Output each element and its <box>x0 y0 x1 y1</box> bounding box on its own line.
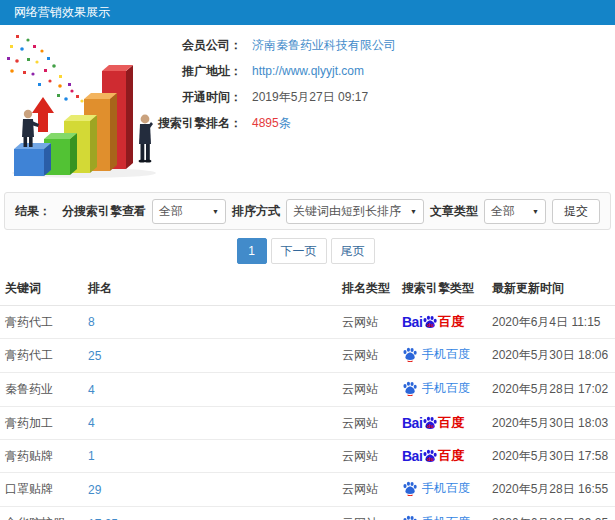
table-header-row: 关键词 排名 排名类型 搜索引擎类型 最新更新时间 <box>0 272 615 306</box>
member-company-row: 会员公司： 济南秦鲁药业科技有限公司 <box>150 37 609 53</box>
baidu-logo: Baidu百度 <box>402 313 464 331</box>
member-company-link[interactable]: 济南秦鲁药业科技有限公司 <box>252 37 396 54</box>
keyword-cell: 口罩贴牌 <box>0 473 83 507</box>
baidu-paw-icon <box>402 515 418 520</box>
rank-table: 关键词 排名 排名类型 搜索引擎类型 最新更新时间 膏药代工8云网站Baidu百… <box>0 272 615 520</box>
rank-type-cell: 云网站 <box>337 407 397 440</box>
keyword-cell: 膏药代工 <box>0 339 83 373</box>
baidu-paw-icon <box>402 381 418 396</box>
rank-cell: 1 <box>83 440 337 473</box>
rank-cell: 29 <box>83 473 337 507</box>
svg-text:du: du <box>427 455 433 461</box>
engine-filter-value: 全部 <box>159 203 183 220</box>
baidu-logo: Baidu百度 <box>402 414 464 432</box>
results-toolbar: 结果： 分搜索引擎查看 全部 ▼ 排序方式 关键词由短到长排序 ▼ 文章类型 全… <box>4 192 611 230</box>
mobile-baidu-logo: 手机百度 <box>402 480 470 497</box>
header-engine-type: 搜索引擎类型 <box>397 272 487 306</box>
up-arrow <box>32 97 54 132</box>
rank-type-cell: 云网站 <box>337 473 397 507</box>
rank-cell: 4 <box>83 373 337 407</box>
engine-rank-row: 搜索引擎排名： 4895条 <box>150 115 609 131</box>
member-info: 会员公司： 济南秦鲁药业科技有限公司 推广地址： http://www.qlyy… <box>150 37 609 141</box>
table-row: 金华防护服17,25云网站手机百度2020年6月20日 09:25 <box>0 507 615 520</box>
results-label: 结果： <box>15 203 51 220</box>
chevron-down-icon: ▼ <box>410 208 417 215</box>
rank-link[interactable]: 1 <box>88 449 95 463</box>
open-time-value: 2019年5月27日 09:17 <box>252 89 368 106</box>
promo-url-label: 推广地址： <box>150 63 242 80</box>
sort-order-label: 排序方式 <box>232 203 280 220</box>
table-row: 膏药贴牌1云网站Baidu百度2020年5月30日 17:58 <box>0 440 615 473</box>
engine-cell: 手机百度 <box>397 473 487 507</box>
sort-order-select[interactable]: 关键词由短到长排序 ▼ <box>286 199 424 224</box>
member-company-label: 会员公司： <box>150 37 242 54</box>
page-button-current[interactable]: 1 <box>237 238 267 264</box>
engine-cell: 手机百度 <box>397 373 487 407</box>
rank-link[interactable]: 8 <box>88 315 95 329</box>
submit-button[interactable]: 提交 <box>552 199 600 224</box>
engine-cell: Baidu百度 <box>397 306 487 339</box>
rank-type-cell: 云网站 <box>337 440 397 473</box>
header-rank: 排名 <box>83 272 337 306</box>
update-time-cell: 2020年6月20日 09:25 <box>487 507 615 520</box>
info-panel: 会员公司： 济南秦鲁药业科技有限公司 推广地址： http://www.qlyy… <box>0 25 615 192</box>
page-button-last[interactable]: 尾页 <box>331 238 375 264</box>
rank-cell: 25 <box>83 339 337 373</box>
rank-type-cell: 云网站 <box>337 373 397 407</box>
rank-count-suffix: 条 <box>279 116 291 130</box>
keyword-cell: 金华防护服 <box>0 507 83 520</box>
rank-link[interactable]: 4 <box>88 416 95 430</box>
keyword-cell: 膏药加工 <box>0 407 83 440</box>
article-type-label: 文章类型 <box>430 203 478 220</box>
update-time-cell: 2020年5月30日 18:03 <box>487 407 615 440</box>
table-row: 膏药代工25云网站手机百度2020年5月30日 18:06 <box>0 339 615 373</box>
businessman-left <box>22 110 39 147</box>
rank-link[interactable]: 17,25 <box>88 517 118 520</box>
rank-type-cell: 云网站 <box>337 306 397 339</box>
keyword-cell: 秦鲁药业 <box>0 373 83 407</box>
baidu-paw-icon: du <box>422 315 438 330</box>
article-type-select[interactable]: 全部 ▼ <box>484 199 546 224</box>
page-title: 网络营销效果展示 <box>14 5 110 19</box>
table-row: 口罩贴牌29云网站手机百度2020年5月28日 16:55 <box>0 473 615 507</box>
keyword-cell: 膏药贴牌 <box>0 440 83 473</box>
bar-blue <box>14 143 51 176</box>
rank-cell: 8 <box>83 306 337 339</box>
open-time-label: 开通时间： <box>150 89 242 106</box>
engine-filter-label: 分搜索引擎查看 <box>62 203 146 220</box>
engine-cell: 手机百度 <box>397 339 487 373</box>
rank-link[interactable]: 4 <box>88 383 95 397</box>
update-time-cell: 2020年5月28日 16:55 <box>487 473 615 507</box>
title-bar: 网络营销效果展示 <box>0 0 615 25</box>
pagination: 1 下一页 尾页 <box>0 230 615 272</box>
chevron-down-icon: ▼ <box>212 208 219 215</box>
engine-filter-select[interactable]: 全部 ▼ <box>152 199 226 224</box>
engine-cell: 手机百度 <box>397 507 487 520</box>
article-type-value: 全部 <box>491 203 515 220</box>
update-time-cell: 2020年5月30日 17:58 <box>487 440 615 473</box>
update-time-cell: 2020年5月30日 18:06 <box>487 339 615 373</box>
update-time-cell: 2020年5月28日 17:02 <box>487 373 615 407</box>
chevron-down-icon: ▼ <box>532 208 539 215</box>
baidu-paw-icon: du <box>422 449 438 464</box>
rank-link[interactable]: 29 <box>88 483 101 497</box>
page-button-next[interactable]: 下一页 <box>271 238 327 264</box>
baidu-logo: Baidu百度 <box>402 447 464 465</box>
header-keyword: 关键词 <box>0 272 83 306</box>
mobile-baidu-logo: 手机百度 <box>402 514 470 520</box>
table-row: 膏药加工4云网站Baidu百度2020年5月30日 18:03 <box>0 407 615 440</box>
rank-table-body: 膏药代工8云网站Baidu百度2020年6月4日 11:15膏药代工25云网站手… <box>0 306 615 520</box>
mobile-baidu-logo: 手机百度 <box>402 380 470 397</box>
mobile-baidu-logo: 手机百度 <box>402 346 470 363</box>
engine-rank-count: 4895条 <box>252 115 291 132</box>
header-rank-type: 排名类型 <box>337 272 397 306</box>
open-time-row: 开通时间： 2019年5月27日 09:17 <box>150 89 609 105</box>
promo-url-row: 推广地址： http://www.qlyyjt.com <box>150 63 609 79</box>
keyword-cell: 膏药代工 <box>0 306 83 339</box>
promo-url-link[interactable]: http://www.qlyyjt.com <box>252 64 364 78</box>
table-row: 秦鲁药业4云网站手机百度2020年5月28日 17:02 <box>0 373 615 407</box>
rank-link[interactable]: 25 <box>88 349 101 363</box>
sort-order-value: 关键词由短到长排序 <box>293 203 401 220</box>
rank-type-cell: 云网站 <box>337 339 397 373</box>
rank-type-cell: 云网站 <box>337 507 397 520</box>
